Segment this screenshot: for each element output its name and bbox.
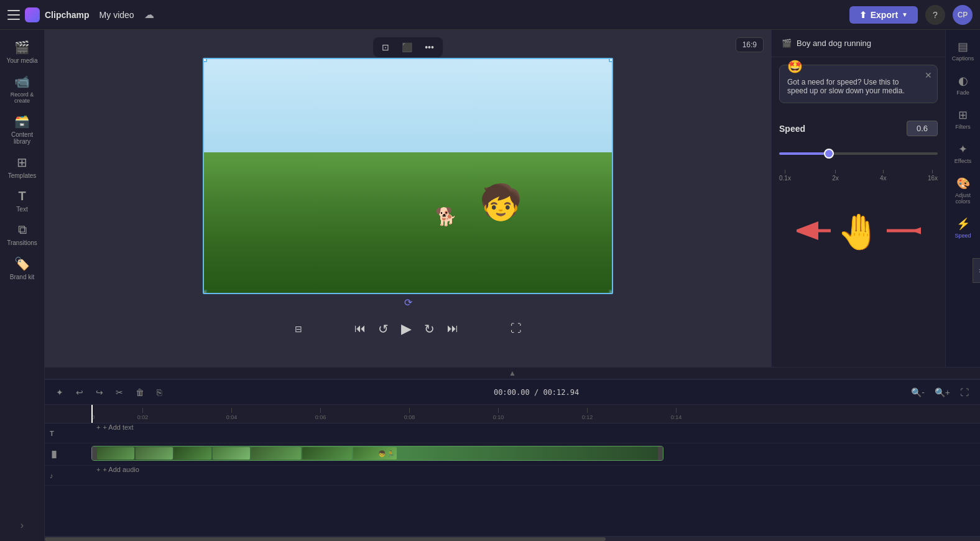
canvas-toolbar: ⊡ ⬛ ••• — [373, 37, 443, 57]
right-panel-header: 🎬 Boy and dog running — [772, 30, 945, 57]
video-track-area[interactable]: 👦 🏃 — [91, 443, 980, 465]
hamburger-menu[interactable] — [7, 9, 20, 21]
export-dropdown-arrow: ▼ — [902, 11, 908, 18]
scrollbar-thumb[interactable] — [45, 537, 606, 541]
forward-button[interactable]: ↻ — [422, 319, 437, 339]
transitions-icon: ⧉ — [18, 223, 27, 237]
audio-track-icon: ♪ — [50, 472, 53, 479]
timeline-ruler: 0 0:02 0:04 0:06 0:08 0:10 — [45, 405, 980, 423]
clip-thumbnails: 👦 🏃 — [97, 446, 658, 460]
tooltip-emoji: 🤩 — [787, 59, 803, 74]
content-library-icon: 🗃️ — [14, 114, 30, 129]
resize-handle-tl[interactable] — [203, 58, 207, 62]
text-track-area: + + Add text — [91, 423, 980, 443]
video-frame[interactable]: 🧒 🐕 — [203, 58, 613, 294]
right-icons-panel: ▤ Captions ◐ Fade ⊞ Filters ✦ Effects 🎨 — [945, 30, 980, 367]
tooltip-close-button[interactable]: ✕ — [925, 70, 932, 80]
captions-toggle-button[interactable]: ⊟ — [292, 321, 305, 336]
right-icon-speed[interactable]: ⚡ Speed — [948, 212, 979, 244]
text-track-label: T — [45, 430, 91, 437]
fullscreen-timeline-button[interactable]: ⛶ — [956, 385, 973, 400]
timeline-copy-button[interactable]: ⎘ — [153, 385, 165, 400]
content-area: ⊡ ⬛ ••• 16:9 🧒 🐕 — [45, 30, 980, 541]
ruler-marks: 0 0:02 0:04 0:06 0:08 0:10 — [45, 405, 980, 423]
ruler-mark-0-14: 0:14 — [632, 408, 721, 420]
zoom-in-button[interactable]: 🔍+ — [931, 385, 954, 400]
clip-thumb-3 — [174, 447, 211, 460]
rewind-button[interactable]: ↺ — [376, 319, 391, 339]
timeline-undo-button[interactable]: ↩ — [72, 385, 87, 400]
user-avatar[interactable]: CP — [953, 5, 973, 25]
sidebar-item-brand-kit[interactable]: 🏷️ Brand kit — [2, 251, 42, 285]
your-media-icon: 🎬 — [14, 40, 30, 55]
play-pause-button[interactable]: ▶ — [399, 318, 414, 340]
resize-handle-tr[interactable] — [609, 58, 613, 62]
video-title[interactable]: My video — [99, 10, 134, 20]
help-button[interactable]: ? — [925, 5, 945, 25]
canvas-section: ⊡ ⬛ ••• 16:9 🧒 🐕 — [45, 30, 771, 367]
clip-thumb-2 — [136, 447, 173, 460]
zoom-out-button[interactable]: 🔍- — [907, 385, 928, 400]
timeline-cut-button[interactable]: ✂ — [112, 385, 127, 400]
more-options-button[interactable]: ••• — [421, 40, 438, 55]
adjust-colors-icon: 🎨 — [956, 177, 970, 190]
skip-forward-button[interactable]: ⏭ — [445, 320, 461, 338]
right-icon-filters[interactable]: ⊞ Filters — [948, 103, 979, 135]
sidebar-item-transitions[interactable]: ⧉ Transitions — [2, 218, 42, 251]
captions-icon: ▤ — [958, 40, 968, 53]
fullscreen-button[interactable]: ⛶ — [508, 320, 524, 338]
time-separator: / — [534, 388, 539, 397]
clip-handle-left[interactable] — [92, 446, 97, 460]
ruler-mark-0-08: 0:08 — [365, 408, 454, 420]
speed-slider[interactable] — [779, 152, 938, 155]
video-controls: ⊟ ⏮ ↺ ▶ ↻ ⏭ ⛶ — [292, 318, 524, 340]
speed-value: 0.6 — [907, 121, 938, 136]
sidebar-item-your-media[interactable]: 🎬 Your media — [2, 35, 42, 69]
right-icon-captions[interactable]: ▤ Captions — [948, 35, 979, 67]
effects-icon: ✦ — [958, 142, 968, 156]
logo-icon — [25, 7, 40, 22]
right-icon-fade[interactable]: ◐ Fade — [948, 69, 979, 101]
timeline-add-button[interactable]: ✦ — [52, 385, 67, 400]
video-clip[interactable]: 👦 🏃 — [91, 446, 663, 461]
timeline-delete-button[interactable]: 🗑 — [132, 385, 148, 400]
marker-4x: 4x — [880, 170, 887, 182]
media-file-title: Boy and dog running — [797, 39, 871, 48]
timeline-toggle[interactable]: ▲ — [45, 367, 980, 379]
add-text-button[interactable]: + + Add text — [91, 423, 980, 431]
app-name: Clipchamp — [45, 10, 90, 20]
timeline-scrollbar[interactable] — [45, 536, 980, 541]
cloud-save-icon: ☁ — [144, 9, 154, 21]
sidebar-item-text[interactable]: T Text — [2, 184, 42, 218]
templates-icon: ⊞ — [17, 155, 27, 170]
playhead-scrubber[interactable]: ⟳ — [404, 297, 412, 308]
marker-16x: 16x — [928, 170, 938, 182]
speed-section: Speed 0.6 0.1x — [779, 113, 938, 192]
timeline-redo-button[interactable]: ↪ — [92, 385, 107, 400]
timeline: ✦ ↩ ↪ ✂ 🗑 ⎘ 00:00.00 / 00:12.94 🔍- 🔍+ ⛶ — [45, 379, 980, 541]
export-button[interactable]: ⬆ Export ▼ — [849, 6, 918, 24]
crop-button[interactable]: ⊡ — [378, 40, 393, 55]
topbar: Clipchamp My video ☁ ⬆ Export ▼ ? CP — [0, 0, 980, 30]
sidebar-item-templates[interactable]: ⊞ Templates — [2, 150, 42, 184]
text-icon: T — [18, 189, 25, 203]
aspect-ratio-badge: 16:9 — [736, 37, 764, 52]
right-icon-adjust-colors[interactable]: 🎨 Adjust colors — [948, 172, 979, 210]
arrow-right-indicator — [884, 218, 921, 246]
add-audio-icon: + — [96, 466, 100, 473]
skip-back-button[interactable]: ⏮ — [352, 320, 368, 338]
timeline-time-display: 00:00.00 / 00:12.94 — [494, 388, 579, 397]
arrow-left-indicator — [797, 218, 834, 246]
sidebar-item-content-library[interactable]: 🗃️ Content library — [2, 109, 42, 150]
marker-0-1x: 0.1x — [779, 170, 791, 182]
resize-button[interactable]: ⬛ — [398, 40, 416, 55]
ruler-mark-0-12: 0:12 — [543, 408, 632, 420]
audio-track: ♪ + + Add audio — [45, 466, 980, 486]
add-audio-button[interactable]: + + Add audio — [91, 466, 980, 473]
clip-handle-right[interactable] — [658, 446, 663, 460]
record-create-icon: 📹 — [14, 74, 30, 89]
sidebar-expand-button[interactable]: › — [16, 515, 29, 536]
right-icon-effects[interactable]: ✦ Effects — [948, 137, 979, 169]
total-time: 00:12.94 — [543, 388, 579, 397]
sidebar-item-record-create[interactable]: 📹 Record &create — [2, 69, 42, 109]
